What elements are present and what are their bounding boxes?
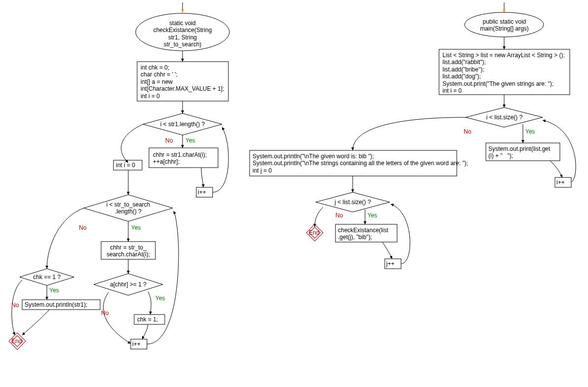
svg-rect-12 <box>101 242 155 259</box>
svg-marker-5 <box>143 113 222 135</box>
svg-marker-27 <box>466 107 543 127</box>
svg-marker-17 <box>20 269 74 285</box>
svg-rect-25 <box>439 49 570 95</box>
svg-point-1 <box>136 13 229 51</box>
svg-rect-16 <box>131 339 147 349</box>
svg-marker-14 <box>94 274 163 295</box>
svg-rect-3 <box>137 62 228 101</box>
svg-marker-33 <box>316 192 390 212</box>
svg-rect-31 <box>250 150 457 176</box>
svg-rect-21 <box>12 336 23 347</box>
svg-marker-10 <box>84 195 173 221</box>
svg-rect-7 <box>196 187 213 197</box>
svg-rect-35 <box>335 224 397 242</box>
svg-rect-6 <box>149 148 218 168</box>
svg-rect-15 <box>134 315 165 324</box>
svg-rect-29 <box>486 143 560 161</box>
svg-rect-38 <box>309 227 321 239</box>
svg-point-23 <box>465 12 544 37</box>
svg-rect-36 <box>385 259 401 269</box>
svg-rect-30 <box>555 177 571 187</box>
svg-rect-19 <box>22 300 100 310</box>
svg-rect-8 <box>113 160 142 170</box>
